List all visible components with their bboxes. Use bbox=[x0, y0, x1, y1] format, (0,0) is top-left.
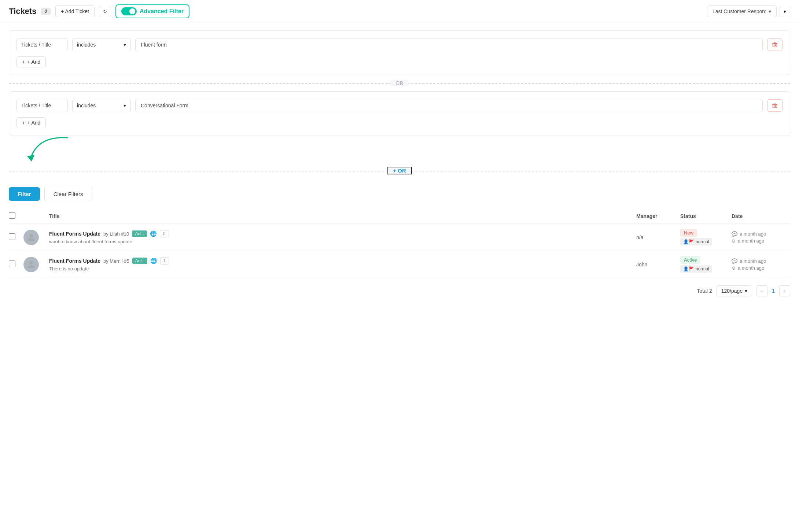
page-container: Tickets 2 + Add Ticket ↻ Advanced Filter… bbox=[0, 0, 799, 532]
row1-ticket-author: by Lilah #10 bbox=[103, 231, 129, 237]
filter-field-1: Tickets / Title bbox=[16, 38, 68, 51]
ticket-count-badge: 2 bbox=[41, 8, 51, 15]
current-page: 1 bbox=[769, 288, 778, 294]
clock-icon: ⊙ bbox=[732, 265, 736, 271]
row2-ticket-info: Fluent Forms Update by Merrill #5 Aut.. … bbox=[49, 257, 636, 271]
filter-group-2: Tickets / Title includes ▾ bbox=[9, 91, 790, 136]
row1-ticket-title[interactable]: Fluent Forms Update bbox=[49, 231, 100, 237]
arrow-svg bbox=[9, 136, 75, 162]
refresh-button[interactable]: ↻ bbox=[99, 6, 111, 17]
globe-icon: 🌐 bbox=[150, 230, 157, 237]
header-status-col: Status bbox=[680, 213, 732, 219]
arrow-annotation bbox=[9, 136, 790, 162]
toggle-switch[interactable] bbox=[121, 7, 137, 15]
row1-description: want to know about fluent forms update bbox=[49, 239, 636, 244]
svg-point-12 bbox=[29, 261, 33, 264]
filter-row-1: Tickets / Title includes ▾ bbox=[16, 38, 783, 51]
trash-icon bbox=[772, 42, 778, 48]
chevron-down-icon: ▾ bbox=[769, 8, 771, 14]
priority-badge: 👤🚩 normal bbox=[680, 238, 712, 245]
total-text: Total 2 bbox=[697, 288, 712, 294]
row1-checkbox bbox=[9, 233, 23, 241]
row1-tag-badge: Aut.. bbox=[132, 230, 147, 237]
chevron-down-icon: ▾ bbox=[124, 42, 126, 48]
table-row: Fluent Forms Update by Merrill #5 Aut.. … bbox=[9, 251, 790, 278]
select-all-checkbox[interactable] bbox=[9, 212, 15, 219]
svg-rect-8 bbox=[774, 105, 775, 107]
svg-rect-2 bbox=[773, 44, 777, 47]
status-badge: Active bbox=[680, 256, 700, 264]
row1-checkbox-input[interactable] bbox=[9, 233, 15, 240]
person-flag-icon: 👤🚩 bbox=[683, 239, 694, 244]
row2-ticket-author: by Merrill #5 bbox=[103, 258, 129, 264]
table-header: Title Manager Status Date bbox=[9, 208, 790, 224]
header-checkbox-col bbox=[9, 212, 23, 220]
prev-page-button[interactable]: ‹ bbox=[756, 285, 767, 296]
header-date-col: Date bbox=[732, 213, 790, 219]
header-right: Last Customer Respon: ▾ ▾ bbox=[707, 5, 790, 17]
pagination: Total 2 120/page ▾ ‹ 1 › bbox=[0, 278, 799, 304]
svg-rect-6 bbox=[774, 103, 776, 104]
svg-marker-10 bbox=[27, 155, 34, 162]
filter-field-2: Tickets / Title bbox=[16, 99, 68, 112]
header-manager-col: Manager bbox=[636, 213, 680, 219]
trash-icon bbox=[772, 103, 778, 108]
priority-badge: 👤🚩 normal bbox=[680, 265, 712, 273]
row2-ticket-title[interactable]: Fluent Forms Update bbox=[49, 258, 100, 264]
or-divider-text: OR bbox=[391, 80, 409, 86]
and-button-1[interactable]: + + And bbox=[16, 56, 46, 67]
clear-filters-button[interactable]: Clear Filters bbox=[44, 187, 92, 201]
row2-date-update: ⊙ a month ago bbox=[732, 265, 790, 271]
row1-status-cell: New 👤🚩 normal bbox=[680, 229, 732, 245]
next-page-button[interactable]: › bbox=[779, 285, 790, 296]
row2-date-cell: 💬 a month ago ⊙ a month ago bbox=[732, 258, 790, 271]
globe-icon: 🌐 bbox=[150, 258, 157, 264]
filter-value-1[interactable] bbox=[135, 38, 763, 51]
avatar bbox=[23, 230, 39, 245]
row1-manager: n/a bbox=[636, 234, 680, 240]
filter-row-2: Tickets / Title includes ▾ bbox=[16, 99, 783, 112]
svg-rect-3 bbox=[774, 44, 775, 46]
page-header: Tickets 2 + Add Ticket ↻ Advanced Filter… bbox=[0, 0, 799, 23]
chevron-down-icon: ▾ bbox=[745, 288, 747, 294]
filter-operator-2[interactable]: includes ▾ bbox=[72, 99, 131, 112]
row2-checkbox-input[interactable] bbox=[9, 261, 15, 267]
row1-avatar bbox=[23, 230, 49, 245]
advanced-filter-toggle[interactable]: Advanced Filter bbox=[115, 4, 189, 18]
filter-operator-1[interactable]: includes ▾ bbox=[72, 38, 131, 51]
action-buttons: Filter Clear Filters bbox=[0, 187, 799, 208]
add-ticket-button[interactable]: + Add Ticket bbox=[55, 5, 95, 17]
message-icon: 💬 bbox=[732, 258, 737, 264]
row2-manager: John bbox=[636, 262, 680, 267]
delete-filter-2-button[interactable] bbox=[767, 99, 783, 112]
table-container: Title Manager Status Date Fluent Form bbox=[0, 208, 799, 278]
svg-rect-7 bbox=[773, 104, 777, 108]
avatar bbox=[23, 257, 39, 272]
filter-value-2[interactable] bbox=[135, 99, 763, 112]
svg-point-11 bbox=[29, 234, 33, 237]
plus-icon: + bbox=[22, 59, 25, 65]
advanced-filter-label: Advanced Filter bbox=[140, 8, 184, 15]
message-icon: 💬 bbox=[732, 231, 737, 237]
plus-icon: + bbox=[22, 120, 25, 126]
chevron-down-icon: ▾ bbox=[124, 103, 126, 108]
row2-tag-badge: Aut.. bbox=[132, 258, 147, 264]
filter-area: Tickets / Title includes ▾ bbox=[0, 23, 799, 187]
and-button-2[interactable]: + + And bbox=[16, 117, 46, 128]
or-add-button[interactable]: + OR bbox=[387, 167, 412, 174]
page-title: Tickets bbox=[9, 7, 36, 16]
svg-rect-4 bbox=[775, 44, 776, 46]
filter-button[interactable]: Filter bbox=[9, 187, 40, 201]
sort-label: Last Customer Respon: bbox=[713, 8, 766, 14]
sort-dropdown[interactable]: Last Customer Respon: ▾ bbox=[707, 5, 777, 17]
or-divider-1: OR bbox=[9, 75, 790, 91]
row1-date-update: ⊙ a month ago bbox=[732, 238, 790, 244]
header-left: Tickets 2 + Add Ticket ↻ Advanced Filter bbox=[9, 4, 189, 18]
toggle-slider bbox=[121, 7, 137, 15]
row2-status-cell: Active 👤🚩 normal bbox=[680, 256, 732, 273]
page-size-select[interactable]: 120/page ▾ bbox=[717, 285, 752, 296]
delete-filter-1-button[interactable] bbox=[767, 38, 783, 51]
sort-arrow-button[interactable]: ▾ bbox=[780, 6, 790, 17]
clock-icon: ⊙ bbox=[732, 238, 736, 244]
row2-avatar bbox=[23, 257, 49, 272]
